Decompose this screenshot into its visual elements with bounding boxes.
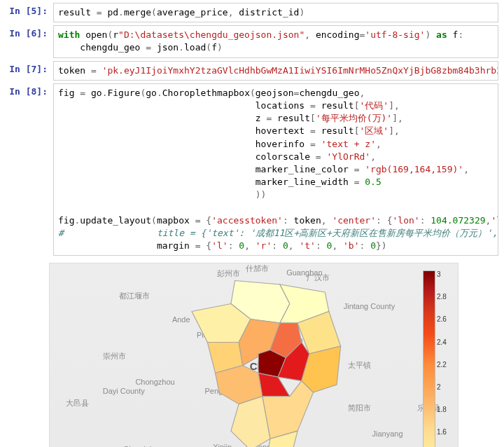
colorbar-tick: 3 [437,270,447,278]
colorbar-tick: 1.6 [437,428,447,436]
choropleth-map-output[interactable]: ChengduPidu DistrictGuanghanJintang Coun… [49,263,458,447]
colorbar-tick: 2.6 [437,315,447,323]
colorbar-tick: 2.8 [437,293,447,301]
colorbar-gradient [423,270,435,447]
code-input[interactable]: with open(r"D:\datasets\chengdu_geojson.… [53,25,498,57]
notebook-cell: In [5]:result = pd.merge(average_price, … [6,3,498,22]
map-place-label: Chongzhou [135,378,174,386]
map-place-label: Jianyang [372,429,403,438]
colorbar: 32.82.62.42.221.81.61.41.2 [423,270,451,447]
cell-prompt: In [7]: [6,61,53,81]
cell-prompt: In [8]: [6,83,53,256]
map-place-label: 什邡市 [246,263,269,274]
notebook-cell: In [8]:fig = go.Figure(go.Choroplethmapb… [6,83,498,256]
colorbar-tick: 2.4 [437,338,447,346]
colorbar-tick: 2 [437,383,447,391]
map-place-label: 都江堰市 [119,291,150,301]
choropleth-polygons[interactable] [172,277,368,447]
cell-prompt: In [5]: [6,3,53,22]
notebook-cell: In [6]:with open(r"D:\datasets\chengdu_g… [6,25,498,57]
map-place-label: Dayi County [103,387,145,395]
code-input[interactable]: fig = go.Figure(go.Choroplethmapbox(geoj… [53,83,498,256]
code-input[interactable]: token = 'pk.eyJ1IjoiYmxhY2tzaGVlcHdhbGwM… [53,61,498,81]
map-place-label: 崇州市 [103,351,126,362]
cell-prompt: In [6]: [6,25,53,57]
notebook-cell: In [7]:token = 'pk.eyJ1IjoiYmxhY2tzaGVlc… [6,61,498,81]
colorbar-tick: 2.2 [437,361,447,369]
code-input[interactable]: result = pd.merge(average_price, distric… [53,3,498,22]
colorbar-tick: 1.8 [437,406,447,413]
map-place-label: 大邑县 [66,398,89,408]
